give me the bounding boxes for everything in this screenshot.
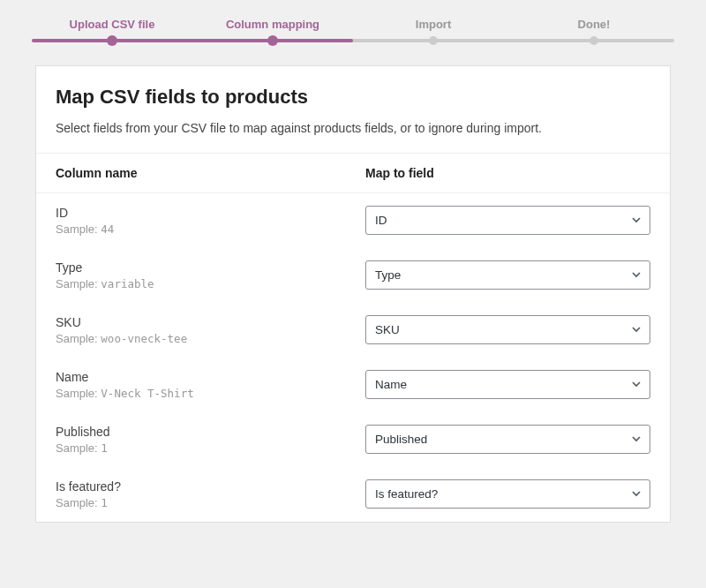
mapping-row: SKUSample: woo-vneck-teeSKU [36, 303, 670, 358]
mapping-row: TypeSample: variableType [36, 248, 670, 303]
progress-step-node [590, 36, 598, 45]
csv-column-sample: Sample: 1 [56, 496, 365, 509]
progress-stepper: Upload CSV fileColumn mappingImportDone! [32, 0, 674, 49]
map-to-field-select[interactable]: ID [365, 206, 650, 236]
csv-column-sample: Sample: V-Neck T-Shirt [56, 387, 365, 400]
csv-column-sample: Sample: 1 [56, 441, 365, 455]
page-description: Select fields from your CSV file to map … [56, 121, 650, 135]
csv-column-sample: Sample: 44 [56, 222, 365, 236]
csv-column-name: Published [56, 425, 365, 439]
progress-step-node [267, 35, 278, 46]
mapping-row: IDSample: 44ID [36, 193, 670, 248]
csv-column-name: SKU [56, 315, 365, 329]
page-title: Map CSV fields to products [56, 86, 650, 109]
column-headers: Column name Map to field [36, 154, 670, 193]
csv-column-name: Is featured? [56, 479, 365, 494]
progress-step-node [429, 36, 438, 45]
column-header-name: Column name [56, 166, 365, 180]
map-to-field-select[interactable]: Type [365, 260, 650, 290]
csv-column-name: Name [56, 370, 365, 384]
csv-column-sample: Sample: woo-vneck-tee [56, 332, 365, 345]
map-to-field-select[interactable]: Name [365, 370, 650, 400]
mapping-row: Is featured?Sample: 1Is featured? [36, 467, 670, 522]
mapping-row: PublishedSample: 1Published [36, 412, 670, 467]
map-to-field-select[interactable]: Published [365, 425, 650, 455]
csv-column-sample: Sample: variable [56, 277, 365, 290]
mapping-card: Map CSV fields to products Select fields… [35, 65, 671, 523]
csv-column-name: Type [56, 260, 365, 275]
column-header-map: Map to field [365, 166, 650, 180]
map-to-field-select[interactable]: Is featured? [365, 479, 650, 509]
mapping-row: NameSample: V-Neck T-ShirtName [36, 358, 670, 412]
csv-column-name: ID [56, 206, 365, 220]
progress-step-node [107, 35, 117, 46]
map-to-field-select[interactable]: SKU [365, 315, 650, 345]
